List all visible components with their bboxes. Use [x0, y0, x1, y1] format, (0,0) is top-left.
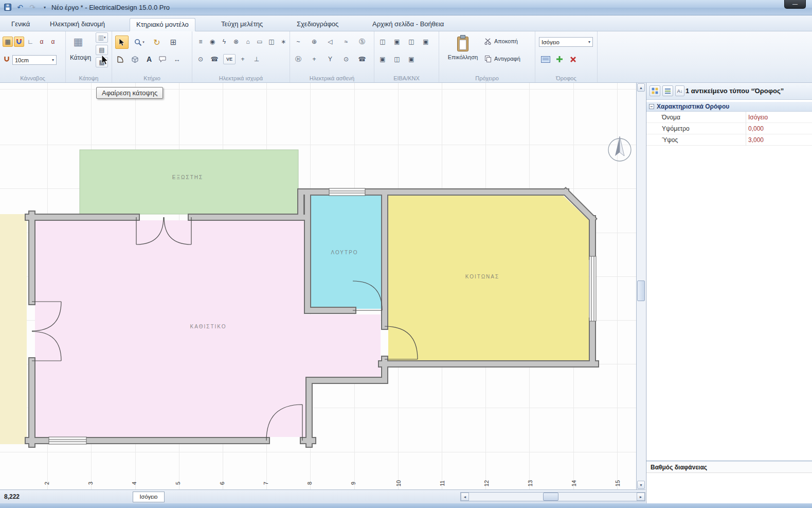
collapse-icon[interactable]: −: [649, 104, 654, 109]
scroll-up-button[interactable]: ▲: [637, 83, 645, 92]
tab-arxiki-selida-voitheia[interactable]: Αρχική σελίδα - Βοήθεια: [366, 18, 450, 31]
knx-module-1-button[interactable]: ◫: [377, 37, 388, 47]
grid-toggle-button[interactable]: ▦: [3, 37, 13, 47]
angle-snap-button[interactable]: α: [37, 37, 47, 47]
tooltip-remove-floorplan: Αφαίρεση κάτοψης: [96, 87, 163, 99]
corner-snap-button[interactable]: ∟: [25, 37, 35, 47]
floorplan-edit-button[interactable]: ▤: [96, 45, 108, 55]
power-lightning-button[interactable]: ϟ: [219, 37, 229, 47]
floor-select[interactable]: Ισόγειο ▾: [539, 37, 593, 47]
room-left-strip[interactable]: [0, 214, 27, 444]
power-lamp-button[interactable]: ⊗: [231, 37, 241, 47]
angle-snap-2-button[interactable]: α: [48, 37, 58, 47]
magnet-icon: [16, 39, 22, 45]
rotate-tool-button[interactable]: ↻: [150, 36, 164, 49]
knx-module-5-button[interactable]: ▣: [377, 54, 388, 64]
property-row-name[interactable]: Όνομα Ισόγειο: [646, 112, 812, 123]
weak-clock-button[interactable]: ⊙: [341, 54, 351, 64]
text-tool-button[interactable]: A: [144, 54, 154, 64]
weak-h-device-button[interactable]: Ⓗ: [293, 54, 303, 64]
quick-access-dropdown[interactable]: ▾: [40, 3, 49, 12]
knx-module-6-button[interactable]: ◫: [392, 54, 402, 64]
weak-speaker-button[interactable]: ◁: [325, 37, 335, 47]
weak-detector-button[interactable]: ⊕: [309, 37, 319, 47]
power-ve-box-button[interactable]: VE: [223, 54, 236, 64]
comment-tool-button[interactable]: [157, 54, 168, 64]
knx-module-7-button[interactable]: ▣: [406, 54, 417, 64]
power-ground-button[interactable]: ⊥: [251, 54, 262, 64]
weak-signal-button[interactable]: ≈: [341, 37, 351, 47]
redo-button[interactable]: ↷: [28, 3, 37, 12]
knx-module-2-button[interactable]: ▣: [392, 37, 402, 47]
power-junction-button[interactable]: +: [238, 54, 248, 64]
tab-sxediografos[interactable]: Σχεδιογράφος: [291, 18, 345, 31]
tab-ktiriako-montelo[interactable]: Κτηριακό μοντέλο: [130, 18, 195, 31]
room-balcony[interactable]: [80, 150, 298, 214]
tab-teyxi-meletis[interactable]: Τεύχη μελέτης: [215, 18, 269, 31]
group-label-grid: Κάνναβος: [0, 75, 65, 81]
tab-ilektriki-dianomi[interactable]: Ηλεκτρική διανομή: [44, 18, 111, 31]
weak-s-device-button[interactable]: Ⓢ: [357, 37, 367, 47]
categorized-view-button[interactable]: [649, 85, 660, 96]
paste-button[interactable]: Επικόλληση: [446, 33, 479, 75]
undo-button[interactable]: ↶: [15, 3, 25, 12]
power-fixture-button[interactable]: ⌂: [243, 37, 253, 47]
room-label-living: ΚΑΘΙΣΤΙΚΟ: [190, 324, 227, 329]
snap-magnet-button[interactable]: [14, 37, 24, 47]
chevron-down-icon: ▾: [142, 40, 145, 44]
horizontal-scrollbar[interactable]: ◄ ►: [460, 492, 645, 501]
knx-module-3-button[interactable]: ◫: [406, 37, 417, 47]
horizontal-scroll-thumb[interactable]: [543, 493, 558, 501]
cut-button[interactable]: Αποκοπή: [484, 38, 518, 45]
power-doc-button[interactable]: ≡: [195, 37, 206, 47]
weak-wifi-button[interactable]: ~: [293, 37, 303, 47]
power-socket-button[interactable]: ◉: [207, 37, 218, 47]
window-right: [589, 256, 596, 321]
keypad-tool-button[interactable]: ⊞: [167, 36, 180, 49]
scroll-left-button[interactable]: ◄: [461, 493, 469, 501]
ruler-number: 10: [395, 480, 402, 486]
power-outlet-button[interactable]: ◫: [266, 37, 277, 47]
vertical-scroll-thumb[interactable]: [637, 281, 645, 301]
copy-icon: [484, 55, 492, 62]
scroll-down-button[interactable]: ▼: [637, 481, 645, 489]
minimize-button[interactable]: —: [784, 0, 806, 9]
door-tool-button[interactable]: [115, 54, 125, 64]
grid-spacing-select[interactable]: 10cm ▾: [12, 55, 57, 65]
knx-module-4-button[interactable]: ▣: [421, 37, 431, 47]
weak-antenna-button[interactable]: Y: [325, 54, 335, 64]
property-row-elevation[interactable]: Υψόμετρο 0,000: [646, 123, 812, 134]
power-fan-button[interactable]: ∗: [278, 37, 288, 47]
floor-edit-button[interactable]: [539, 54, 552, 64]
drawing-canvas[interactable]: ΕΞΩΣΤΗΣ ΚΑΘΙΣΤΙΚΟ ΛΟΥΤΡΟ ΚΟΙΤΩΝΑΣ Αφαίρε…: [0, 83, 636, 489]
window-bottom: [49, 437, 86, 444]
property-row-height[interactable]: Ύψος 3,000: [646, 134, 812, 146]
sort-alphabetical-button[interactable]: A↓: [675, 85, 684, 96]
ribbon-tab-bar: Γενικά Ηλεκτρική διανομή Κτηριακό μοντέλ…: [0, 15, 812, 31]
power-panel-button[interactable]: ▭: [255, 37, 265, 47]
list-view-button[interactable]: [662, 85, 673, 96]
weak-phone-button[interactable]: ☎: [357, 54, 367, 64]
floor-tab[interactable]: Ισόγειο: [133, 492, 165, 502]
3d-view-button[interactable]: [130, 54, 140, 64]
delete-floor-button[interactable]: [568, 54, 578, 64]
add-floor-button[interactable]: [554, 54, 565, 64]
vertical-scrollbar[interactable]: ▲ ▼: [636, 83, 645, 489]
power-phone-button[interactable]: ☎: [209, 54, 220, 64]
tab-genika[interactable]: Γενικά: [5, 18, 36, 31]
ruler-number: 12: [483, 480, 490, 486]
properties-section-header[interactable]: − Χαρακτηριστικά Ορόφου: [646, 102, 812, 112]
floorplan-button[interactable]: Κάτοψη: [70, 54, 91, 61]
weak-cross-button[interactable]: +: [309, 54, 319, 64]
zoom-tool-button[interactable]: ▾: [132, 36, 147, 49]
select-tool-button[interactable]: [115, 36, 129, 49]
selection-summary: 1 αντικείμενο τύπου “Όροφος”: [685, 87, 812, 95]
scroll-right-button[interactable]: ►: [637, 493, 645, 501]
power-meter-button[interactable]: ⊙: [195, 54, 206, 64]
x-icon: [570, 56, 576, 63]
dimension-tool-button[interactable]: ↔: [172, 54, 182, 64]
floorplan-icon-button[interactable]: ▦: [71, 34, 85, 49]
floorplan-import-button[interactable]: ▥▾: [96, 32, 108, 43]
save-button[interactable]: [3, 3, 12, 12]
copy-button[interactable]: Αντιγραφή: [484, 55, 520, 62]
